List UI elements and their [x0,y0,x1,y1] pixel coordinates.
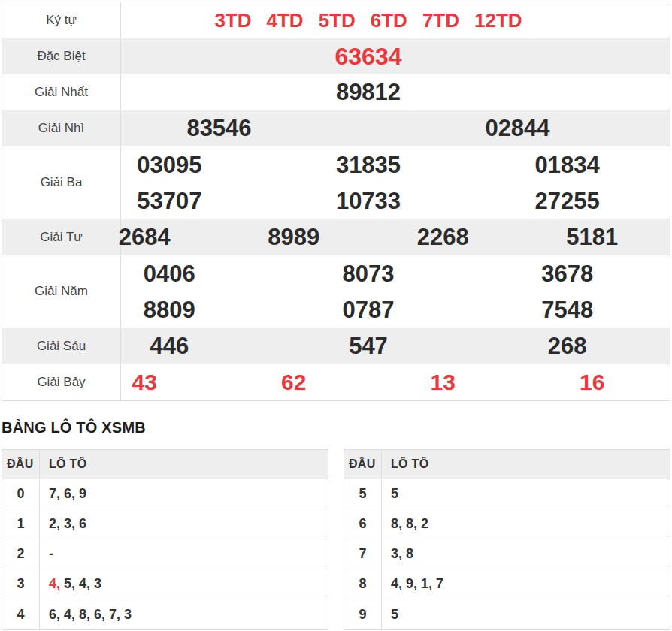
prize-value-line: 2684898922685181 [70,219,667,255]
loto-digit: 8, [79,607,94,623]
loto-digit: 3, [391,546,406,562]
loto-digit: 6, [64,486,79,502]
loto-digit: 5 [391,486,398,502]
prize-value: 12TD [474,11,522,30]
prize-value: 0787 [269,298,468,322]
prize-value: 43 [70,371,219,394]
prize-value-line: 89812 [70,74,667,110]
loto-row-7: 73, 8 [344,539,670,569]
loto-row-4: 46, 4, 8, 6, 7, 3 [2,599,328,629]
loto-digit: 4, [49,576,64,592]
loto-row-9: 95 [344,599,670,629]
loto-header-loto: LÔ TÔ [382,450,670,479]
prize-values: 63634 [70,38,667,74]
loto-digit: 6 [79,516,86,532]
loto-dau-value: 4 [2,599,40,629]
loto-dau-value: 8 [344,569,382,599]
loto-digit: 1, [421,576,436,592]
prize-value-line: 880907877548 [70,291,667,328]
loto-dau-value: 0 [2,479,40,509]
prize-values: 3TD4TD5TD6TD7TD12TD [70,2,667,38]
prize-row-giai-bay: Giải Bảy43621316 [2,364,670,400]
loto-values: 5 [382,479,670,509]
loto-values: 7, 6, 9 [40,479,328,509]
prize-row-giai-tu: Giải Tư2684898922685181 [2,219,670,255]
loto-digit: 6, [94,607,109,623]
prize-value: 13 [368,371,518,394]
loto-values: 3, 8 [382,539,670,569]
loto-values: 4, 9, 1, 7 [382,569,670,599]
prize-table: Ký tự3TD4TD5TD6TD7TD12TDĐặc Biệt63634Giả… [2,2,670,401]
prize-row-ky-tu: Ký tự3TD4TD5TD6TD7TD12TD [2,2,670,38]
prize-value-line: 030953183501834 [70,146,667,183]
prize-value: 5181 [518,225,667,249]
prize-value: 7548 [468,298,667,322]
loto-values: 8, 8, 2 [382,509,670,539]
prize-values: 89812 [70,74,667,110]
loto-digit: 9, [406,576,421,592]
loto-header-row-left: ĐẦULÔ TÔ [2,450,328,479]
loto-table-left: ĐẦULÔ TÔ07, 6, 912, 3, 62-34, 5, 4, 346,… [2,449,328,630]
loto-row-2: 2- [2,539,328,569]
loto-dau-value: 6 [344,509,382,539]
loto-dau-value: 2 [2,539,40,569]
loto-digit: 2 [421,516,428,532]
loto-row-8: 84, 9, 1, 7 [344,569,670,599]
loto-header-row-right: ĐẦULÔ TÔ [344,450,670,479]
prize-value: 0406 [70,262,269,285]
loto-digit: 5, [64,576,79,592]
loto-values: 5 [382,599,670,629]
prize-value-line: 040680733678 [70,255,667,291]
prize-values: 2684898922685181 [70,219,667,255]
prize-value: 31835 [269,153,468,177]
loto-digit: 3 [94,576,101,592]
prize-value-line: 8354602844 [70,110,667,146]
prize-row-giai-nhat: Giải Nhất89812 [2,74,670,110]
loto-dau-value: 3 [2,569,40,599]
prize-values: 040680733678880907877548 [70,255,667,328]
loto-row-0: 07, 6, 9 [2,479,328,509]
prize-value: 16 [518,371,667,394]
prize-value: 01834 [468,153,667,177]
prize-value: 27255 [468,189,667,213]
loto-values: 6, 4, 8, 6, 7, 3 [40,599,328,629]
prize-row-giai-nam: Giải Năm040680733678880907877548 [2,255,670,328]
loto-digit: 4, [391,576,406,592]
loto-digit: 7 [436,576,443,592]
loto-table-right: ĐẦULÔ TÔ5568, 8, 273, 884, 9, 1, 795 [344,449,670,630]
prize-value: 02844 [368,116,667,140]
loto-digit: 3, [64,516,79,532]
prize-value: 4TD [267,11,304,30]
prize-value-line: 446547268 [70,328,667,364]
loto-digit: 7, [109,607,124,623]
prize-value: 2684 [70,225,219,249]
loto-digit: 5 [391,607,398,623]
prize-row-giai-ba: Giải Ba030953183501834537071073327255 [2,146,670,219]
loto-digit: - [49,546,53,562]
prize-value-line: 537071073327255 [70,183,667,219]
loto-digit: 8 [406,546,413,562]
prize-value: 3678 [468,262,667,285]
prize-value-line: 43621316 [70,364,667,400]
prize-value: 268 [468,334,667,358]
loto-header-dau: ĐẦU [2,450,40,479]
prize-row-giai-nhi: Giải Nhì8354602844 [2,110,670,146]
loto-digit: 4, [79,576,94,592]
loto-digit: 7, [49,486,64,502]
prize-value: 89812 [70,80,667,104]
prize-value: 6TD [371,11,407,30]
prize-value: 53707 [70,189,269,213]
prize-values: 8354602844 [70,110,667,146]
prize-value: 8073 [269,262,468,285]
loto-digit: 2, [49,516,64,532]
prize-value: 03095 [70,153,269,177]
loto-digit: 6, [49,607,64,623]
prize-value: 8989 [219,225,369,249]
prize-value: 8809 [70,298,269,322]
loto-row-6: 68, 8, 2 [344,509,670,539]
prize-value: 62 [219,371,369,394]
loto-dau-value: 5 [344,479,382,509]
prize-values: 446547268 [70,328,667,364]
loto-row-3: 34, 5, 4, 3 [2,569,328,599]
loto-values: 4, 5, 4, 3 [40,569,328,599]
